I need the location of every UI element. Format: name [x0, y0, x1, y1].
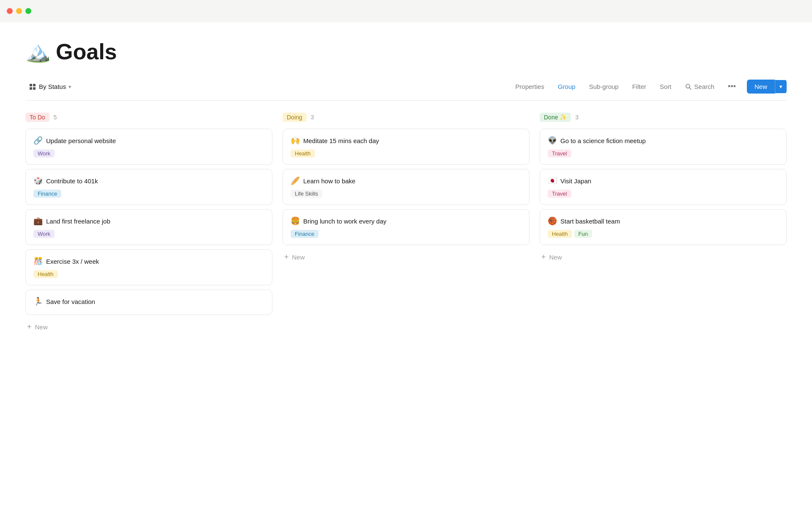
- toolbar-left: By Status ▾: [25, 81, 74, 92]
- card-tags: Travel: [548, 190, 779, 198]
- column-header-todo: To Do5: [25, 113, 272, 122]
- card-tags: Work: [33, 230, 264, 238]
- properties-button[interactable]: Properties: [513, 81, 547, 92]
- status-badge-done: Done ✨: [540, 113, 571, 122]
- tag: Life Skills: [291, 190, 322, 198]
- card-tags: Life Skills: [291, 190, 521, 198]
- card-title-text: Go to a science fiction meetup: [560, 137, 646, 144]
- card-title-text: Land first freelance job: [46, 218, 110, 225]
- tag: Finance: [291, 230, 318, 238]
- card-emoji: 🙌: [291, 136, 300, 145]
- column-doing: Doing3🙌Meditate 15 mins each dayHealth🥖L…: [283, 113, 529, 265]
- card-tags: Finance: [33, 190, 264, 198]
- card-title-text: Exercise 3x / week: [46, 258, 99, 265]
- more-options-button[interactable]: •••: [725, 80, 738, 93]
- toolbar: By Status ▾ Properties Group Sub-group F…: [25, 80, 787, 101]
- card-title: 🙌Meditate 15 mins each day: [291, 136, 521, 145]
- page-icon: 🏔️: [25, 41, 51, 62]
- board: To Do5🔗Update personal websiteWork🎲Contr…: [25, 113, 787, 335]
- card-title: 🍔Bring lunch to work every day: [291, 216, 521, 226]
- card-title: 🏀Start basketball team: [548, 216, 779, 226]
- column-done: Done ✨3👽Go to a science fiction meetupTr…: [540, 113, 787, 265]
- card[interactable]: 💼Land first freelance jobWork: [25, 209, 272, 245]
- card-tags: HealthFun: [548, 230, 779, 238]
- card[interactable]: 🇯🇵Visit JapanTravel: [540, 169, 787, 205]
- card[interactable]: 👽Go to a science fiction meetupTravel: [540, 129, 787, 165]
- status-badge-todo: To Do: [25, 113, 49, 122]
- subgroup-button[interactable]: Sub-group: [587, 81, 621, 92]
- card-emoji: 🥖: [291, 176, 300, 185]
- tag: Fun: [574, 230, 592, 238]
- close-button[interactable]: [7, 8, 13, 14]
- page-content: 🏔️ Goals By Status ▾ Properties Group Su…: [0, 22, 812, 352]
- group-button[interactable]: Group: [555, 81, 578, 92]
- tag: Health: [548, 230, 572, 238]
- card[interactable]: 🥖Learn how to bakeLife Skills: [283, 169, 529, 205]
- card-title-text: Bring lunch to work every day: [303, 218, 387, 225]
- svg-rect-1: [33, 84, 36, 86]
- card-emoji: 👽: [548, 136, 557, 145]
- card[interactable]: 🎲Contribute to 401kFinance: [25, 169, 272, 205]
- column-todo: To Do5🔗Update personal websiteWork🎲Contr…: [25, 113, 272, 335]
- tag: Health: [33, 270, 58, 278]
- card-emoji: 🏃: [33, 297, 43, 306]
- add-new-label: New: [549, 254, 562, 261]
- plus-icon: +: [541, 253, 546, 262]
- toolbar-right: Properties Group Sub-group Filter Sort S…: [513, 80, 787, 94]
- card-tags: Work: [33, 149, 264, 157]
- page-title: Goals: [56, 39, 117, 64]
- tag: Travel: [548, 190, 571, 198]
- column-header-done: Done ✨3: [540, 113, 787, 122]
- add-new-doing[interactable]: +New: [283, 249, 529, 265]
- card[interactable]: 🎊Exercise 3x / weekHealth: [25, 249, 272, 285]
- card-partial[interactable]: 🏃Save for vacation: [25, 290, 272, 315]
- plus-icon: +: [27, 323, 32, 331]
- chevron-down-icon: ▾: [69, 84, 71, 90]
- card-title-text: Visit Japan: [560, 177, 591, 185]
- card[interactable]: 🔗Update personal websiteWork: [25, 129, 272, 165]
- search-button[interactable]: Search: [683, 81, 717, 92]
- card-title-text: Contribute to 401k: [46, 177, 98, 185]
- tag: Finance: [33, 190, 61, 198]
- card-emoji: 🔗: [33, 136, 43, 145]
- tag: Health: [291, 149, 315, 157]
- card-emoji: 💼: [33, 216, 43, 226]
- view-selector-button[interactable]: By Status ▾: [25, 81, 74, 92]
- maximize-button[interactable]: [25, 8, 31, 14]
- new-dropdown-button[interactable]: ▾: [775, 80, 787, 93]
- card-title: 🔗Update personal website: [33, 136, 264, 145]
- tag: Work: [33, 230, 55, 238]
- minimize-button[interactable]: [16, 8, 22, 14]
- card-title: 🎲Contribute to 401k: [33, 176, 264, 185]
- card[interactable]: 🍔Bring lunch to work every dayFinance: [283, 209, 529, 245]
- sort-button[interactable]: Sort: [657, 81, 674, 92]
- column-count-doing: 3: [311, 114, 314, 121]
- column-count-done: 3: [575, 114, 579, 121]
- filter-button[interactable]: Filter: [630, 81, 649, 92]
- view-selector-label: By Status: [39, 83, 66, 90]
- titlebar: [0, 0, 812, 22]
- card-title-text: Learn how to bake: [303, 177, 355, 185]
- add-new-label: New: [35, 323, 48, 331]
- card-emoji: 🍔: [291, 216, 300, 226]
- add-new-todo[interactable]: +New: [25, 319, 272, 335]
- svg-line-5: [689, 88, 691, 89]
- card[interactable]: 🏀Start basketball teamHealthFun: [540, 209, 787, 245]
- svg-rect-0: [30, 84, 32, 86]
- card-tags: Travel: [548, 149, 779, 157]
- plus-icon: +: [284, 253, 289, 262]
- page-title-row: 🏔️ Goals: [25, 39, 787, 64]
- search-icon: [685, 83, 692, 90]
- card-emoji: 🎲: [33, 176, 43, 185]
- card-title: 🥖Learn how to bake: [291, 176, 521, 185]
- svg-rect-3: [33, 87, 36, 90]
- card[interactable]: 🙌Meditate 15 mins each dayHealth: [283, 129, 529, 165]
- new-button[interactable]: New: [747, 80, 775, 94]
- card-title: 🇯🇵Visit Japan: [548, 176, 779, 185]
- tag: Travel: [548, 149, 571, 157]
- card-tags: Health: [33, 270, 264, 278]
- card-title-text: Meditate 15 mins each day: [303, 137, 379, 144]
- add-new-label: New: [292, 254, 305, 261]
- card-emoji: 🎊: [33, 257, 43, 266]
- add-new-done[interactable]: +New: [540, 249, 787, 265]
